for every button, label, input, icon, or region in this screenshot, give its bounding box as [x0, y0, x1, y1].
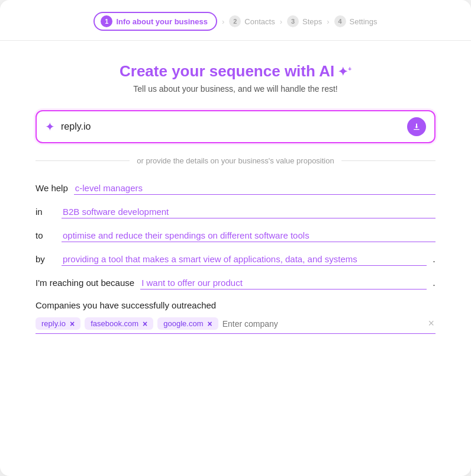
form-row-reaching: I'm reaching out because .	[36, 276, 435, 290]
clear-companies-button[interactable]: ×	[427, 317, 435, 330]
companies-label: Companies you have successfully outreach…	[36, 300, 435, 310]
url-sparkle-icon: ✦	[45, 120, 55, 134]
sparkle-icon: ✦+	[338, 65, 351, 79]
by-label: by	[36, 254, 56, 264]
chevron-icon-2: ›	[280, 17, 282, 26]
company-tag-fasebook-text: fasebook.com	[91, 319, 138, 328]
company-tag-reply: reply.io ×	[36, 317, 80, 330]
remove-google-button[interactable]: ×	[207, 320, 212, 328]
companies-input-row: reply.io × fasebook.com × google.com × ×	[36, 316, 435, 334]
url-input[interactable]	[61, 121, 401, 132]
we-help-input[interactable]	[74, 182, 435, 195]
step-1-num: 1	[101, 15, 112, 27]
step-2-label: Contacts	[244, 17, 275, 26]
to-input[interactable]	[62, 229, 435, 242]
form-row-to: to	[36, 229, 435, 242]
step-3[interactable]: 3 Steps	[287, 15, 322, 27]
step-4[interactable]: 4 Settings	[334, 15, 378, 27]
by-input[interactable]	[62, 253, 427, 266]
page-subtitle: Tell us about your business, and we will…	[36, 84, 435, 94]
to-label: to	[36, 230, 56, 240]
main-content: Create your sequence with AI ✦+ Tell us …	[0, 41, 471, 334]
divider-text: or provide the details on your business'…	[137, 156, 334, 165]
company-tag-fasebook: fasebook.com ×	[85, 317, 153, 330]
we-help-label: We help	[36, 183, 68, 193]
in-label: in	[36, 207, 56, 217]
step-2-num: 2	[229, 15, 241, 27]
url-input-container: ✦	[36, 110, 435, 143]
company-tag-reply-text: reply.io	[41, 319, 66, 328]
company-tag-google: google.com ×	[157, 317, 218, 330]
form-row-by: by .	[36, 253, 435, 266]
chevron-icon-3: ›	[327, 17, 329, 26]
companies-section: Companies you have successfully outreach…	[36, 300, 435, 334]
reaching-dot: .	[433, 276, 435, 289]
stepper: 1 Info about your business › 2 Contacts …	[0, 0, 471, 41]
chevron-icon-1: ›	[222, 17, 224, 26]
divider-line-left	[36, 160, 130, 161]
main-card: 1 Info about your business › 2 Contacts …	[0, 0, 471, 476]
in-input[interactable]	[62, 205, 435, 218]
download-icon	[412, 122, 421, 131]
step-3-num: 3	[287, 15, 299, 27]
step-4-num: 4	[334, 15, 346, 27]
remove-reply-button[interactable]: ×	[70, 320, 75, 328]
form-row-we-help: We help	[36, 182, 435, 195]
step-3-label: Steps	[302, 17, 322, 26]
form-row-in: in	[36, 205, 435, 218]
fetch-button[interactable]	[407, 117, 426, 136]
step-2[interactable]: 2 Contacts	[229, 15, 275, 27]
step-4-label: Settings	[350, 17, 378, 26]
reaching-label: I'm reaching out because	[36, 278, 134, 288]
company-tag-google-text: google.com	[163, 319, 203, 328]
page-title: Create your sequence with AI ✦+	[120, 62, 351, 81]
step-1[interactable]: 1 Info about your business	[93, 12, 217, 31]
reaching-input[interactable]	[140, 276, 427, 290]
remove-fasebook-button[interactable]: ×	[143, 320, 147, 328]
divider: or provide the details on your business'…	[36, 156, 435, 165]
headline: Create your sequence with AI ✦+	[36, 62, 435, 81]
step-1-label: Info about your business	[116, 17, 208, 26]
divider-line-right	[341, 160, 435, 161]
company-input[interactable]	[222, 319, 423, 329]
by-dot: .	[433, 253, 435, 265]
